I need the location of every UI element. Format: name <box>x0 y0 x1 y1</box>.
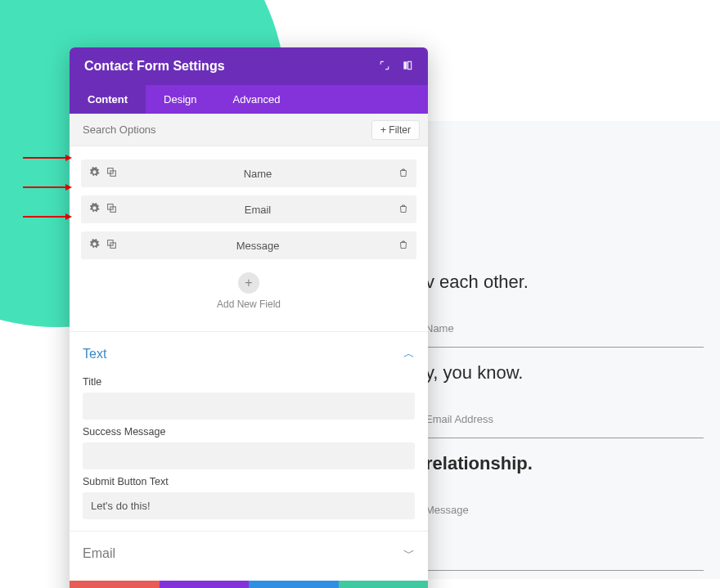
svg-marker-3 <box>65 184 72 191</box>
annotation-arrow-2 <box>23 183 72 191</box>
modal-header[interactable]: Contact Form Settings <box>70 47 428 85</box>
field-label: Name <box>117 168 398 180</box>
search-row: + Filter <box>70 114 428 146</box>
title-label: Title <box>83 376 415 388</box>
field-list: Name Email Message + <box>70 146 428 331</box>
modal-title: Contact Form Settings <box>84 59 225 74</box>
svg-rect-6 <box>403 61 407 69</box>
form-preview: v each other. Name y, you know. Email Ad… <box>425 272 720 588</box>
preview-text-3: relationship. <box>425 453 720 474</box>
add-new-field: + Add New Field <box>81 267 416 325</box>
field-label: Message <box>117 240 398 252</box>
redo-button[interactable] <box>249 581 339 588</box>
save-button[interactable] <box>339 581 429 588</box>
tab-advanced[interactable]: Advanced <box>215 85 299 114</box>
filter-button[interactable]: + Filter <box>371 120 420 140</box>
submit-text-input[interactable] <box>83 492 415 519</box>
success-label: Success Message <box>83 426 415 438</box>
duplicate-icon[interactable] <box>106 239 117 252</box>
success-input[interactable] <box>83 442 415 469</box>
trash-icon[interactable] <box>398 168 408 180</box>
modal-body: Name Email Message + <box>70 146 428 581</box>
annotation-arrow-1 <box>23 154 72 162</box>
preview-message-label: Message <box>425 504 469 516</box>
tab-design[interactable]: Design <box>146 85 214 114</box>
preview-text-1: v each other. <box>425 272 720 293</box>
chevron-down-icon: ﹀ <box>403 546 415 561</box>
duplicate-icon[interactable] <box>106 167 117 180</box>
trash-icon[interactable] <box>398 204 408 216</box>
undo-button[interactable] <box>160 581 250 588</box>
tabs: Content Design Advanced <box>70 85 428 114</box>
annotation-arrow-3 <box>23 213 72 221</box>
gear-icon[interactable] <box>89 203 100 216</box>
submit-text-label: Submit Button Text <box>83 476 415 487</box>
gear-icon[interactable] <box>89 167 100 180</box>
preview-email-label: Email Address <box>425 413 493 425</box>
settings-modal: Contact Form Settings Content Design Adv… <box>70 47 428 588</box>
add-button[interactable]: + <box>238 272 259 294</box>
section-text-header[interactable]: Text ︿ <box>70 331 428 370</box>
preview-name-label: Name <box>425 322 454 334</box>
svg-rect-7 <box>408 61 412 69</box>
section-email-title: Email <box>83 546 115 561</box>
section-text-title: Text <box>83 347 106 361</box>
preview-email-field[interactable]: Email Address <box>425 405 704 438</box>
preview-message-field[interactable]: Message <box>425 496 704 571</box>
snap-icon[interactable] <box>402 60 413 74</box>
filter-label: Filter <box>389 124 411 136</box>
field-row-message[interactable]: Message <box>81 231 416 259</box>
title-input[interactable] <box>83 393 415 420</box>
chevron-up-icon: ︿ <box>403 347 415 361</box>
search-input[interactable] <box>83 119 371 141</box>
field-label: Email <box>117 204 398 216</box>
field-row-email[interactable]: Email <box>81 195 416 223</box>
tab-content[interactable]: Content <box>70 85 146 114</box>
expand-icon[interactable] <box>379 60 390 74</box>
modal-footer <box>70 581 428 588</box>
gear-icon[interactable] <box>89 239 100 252</box>
duplicate-icon[interactable] <box>106 203 117 216</box>
cancel-button[interactable] <box>70 581 160 588</box>
preview-name-field[interactable]: Name <box>425 314 704 348</box>
field-row-name[interactable]: Name <box>81 159 416 187</box>
section-text-body: Title Success Message Submit Button Text <box>70 376 428 531</box>
add-new-label: Add New Field <box>81 298 416 310</box>
svg-marker-5 <box>65 213 72 220</box>
trash-icon[interactable] <box>398 240 408 252</box>
section-email-header[interactable]: Email ﹀ <box>70 531 428 581</box>
preview-text-2: y, you know. <box>425 362 720 384</box>
svg-marker-1 <box>65 155 72 161</box>
